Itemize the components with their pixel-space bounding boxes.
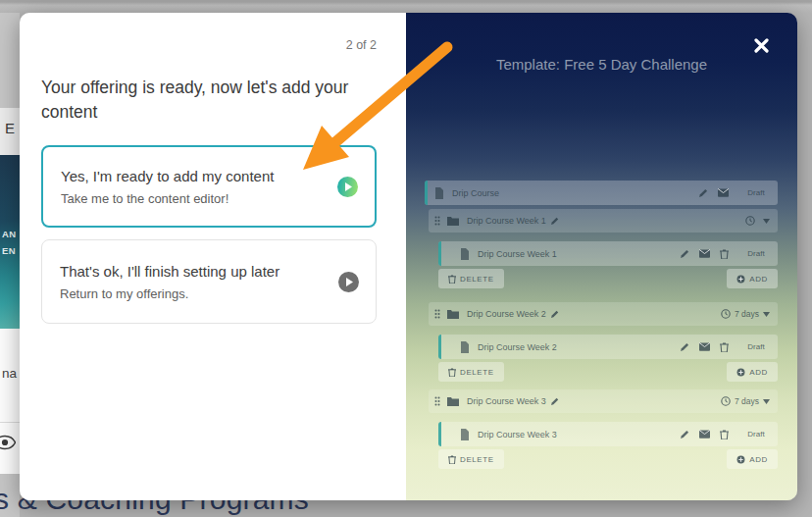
clock-icon (721, 309, 731, 319)
divider (0, 422, 20, 423)
option-add-content[interactable]: Yes, I'm ready to add my content Take me… (41, 145, 377, 228)
lesson-row: Drip Course Week 2 Draft (438, 335, 778, 359)
delete-label: DELETE (460, 275, 494, 284)
chevron-down-icon (763, 219, 770, 224)
row-label: Drip Course Week 2 (478, 342, 557, 352)
trash-icon (720, 430, 729, 439)
onboarding-modal: 2 of 2 Your offering is ready, now let's… (20, 13, 797, 500)
status-badge: Draft (744, 342, 768, 351)
status-badge: Draft (744, 188, 768, 197)
preview-course-structure: Drip Course Draft Drip Course Week 1 (425, 181, 778, 469)
envelope-icon (699, 249, 710, 258)
document-icon (434, 187, 444, 199)
accent-bar (438, 241, 441, 266)
accent-bar (438, 422, 441, 446)
option-title: That's ok, I'll finish setting up later (60, 263, 327, 280)
plus-circle-icon (736, 455, 745, 464)
row-label: Drip Course Week 2 (467, 309, 546, 319)
course-row: Drip Course Draft (425, 181, 778, 205)
envelope-icon (718, 188, 729, 197)
envelope-icon (699, 342, 710, 351)
pencil-icon (551, 310, 559, 318)
trash-icon (448, 368, 456, 377)
module-row: Drip Course Week 3 7 days (429, 389, 778, 413)
background-card: na (0, 329, 20, 474)
option-finish-later-text: That's ok, I'll finish setting up later … (42, 263, 338, 301)
preview-title: Template: Free 5 Day Challenge (406, 56, 797, 73)
folder-icon (447, 216, 459, 226)
delete-button: DELETE (438, 449, 504, 469)
drag-handle-icon (434, 309, 440, 319)
trash-icon (720, 249, 729, 259)
envelope-icon (699, 430, 710, 439)
pencil-icon (681, 342, 689, 351)
document-icon (460, 248, 470, 260)
accent-bar (425, 181, 428, 205)
close-icon[interactable] (754, 36, 772, 54)
option-finish-later[interactable]: That's ok, I'll finish setting up later … (41, 239, 377, 324)
row-label: Drip Course Week 3 (467, 396, 546, 406)
pencil-icon (551, 217, 559, 225)
lesson-row: Drip Course Week 1 Draft (438, 241, 778, 266)
add-label: ADD (749, 275, 768, 284)
clock-icon (721, 396, 731, 406)
folder-icon (447, 309, 459, 319)
pencil-icon (551, 397, 559, 405)
plus-circle-icon (736, 368, 745, 377)
add-button: ADD (727, 269, 778, 288)
step-indicator: 2 of 2 (346, 38, 377, 52)
document-icon (460, 429, 470, 440)
play-icon[interactable] (337, 177, 358, 197)
pencil-icon (681, 249, 689, 258)
row-actions: DELETE ADD (438, 449, 778, 469)
option-subtitle: Return to my offerings. (60, 286, 327, 301)
add-label: ADD (749, 455, 768, 464)
logo-text-line2: EN (2, 245, 20, 256)
delete-button: DELETE (438, 362, 504, 382)
background-tab-letter: E (0, 108, 20, 155)
plus-circle-icon (736, 275, 745, 284)
pencil-icon (681, 430, 689, 439)
clock-icon (745, 216, 755, 226)
drip-timing: 7 days (735, 396, 759, 406)
row-actions: DELETE ADD (438, 269, 778, 288)
document-icon (460, 341, 470, 353)
drag-handle-icon (434, 396, 440, 406)
option-subtitle: Take me to the content editor! (61, 191, 326, 206)
add-button: ADD (727, 449, 778, 469)
logo-text-line1: AN (2, 229, 20, 239)
row-label: Drip Course (452, 188, 499, 198)
add-label: ADD (749, 368, 768, 377)
drag-handle-icon (434, 216, 440, 226)
template-preview-panel: Template: Free 5 Day Challenge Drip Cour… (406, 13, 797, 500)
trash-icon (448, 275, 456, 284)
row-actions: DELETE ADD (438, 362, 778, 382)
delete-label: DELETE (460, 368, 494, 377)
delete-button: DELETE (438, 269, 504, 288)
wizard-panel: 2 of 2 Your offering is ready, now let's… (20, 13, 406, 500)
row-label: Drip Course Week 1 (478, 249, 557, 259)
wizard-heading: Your offering is ready, now let's add yo… (41, 76, 380, 125)
status-badge: Draft (744, 249, 768, 258)
delete-label: DELETE (460, 455, 494, 464)
offering-logo-image: AN EN (0, 155, 20, 329)
row-label: Drip Course Week 3 (478, 430, 557, 439)
option-add-content-text: Yes, I'm ready to add my content Take me… (43, 168, 337, 206)
page-background-top (0, 0, 812, 13)
add-button: ADD (727, 362, 778, 382)
status-badge: Draft (744, 430, 768, 439)
accent-bar (438, 335, 441, 359)
drip-timing: 7 days (735, 309, 759, 319)
background-partial-text: na (2, 366, 17, 381)
chevron-down-icon (763, 399, 770, 404)
play-icon[interactable] (338, 272, 359, 292)
page: E AN EN na s & Coaching Programs 2 of 2 … (0, 0, 812, 517)
trash-icon (720, 342, 729, 352)
pencil-icon (699, 188, 708, 197)
chevron-down-icon (763, 312, 770, 317)
trash-icon (448, 455, 456, 464)
lesson-row: Drip Course Week 3 Draft (438, 422, 778, 446)
module-row: Drip Course Week 1 (429, 209, 778, 233)
page-background-left: E AN EN na (0, 13, 20, 517)
eye-icon (0, 435, 16, 450)
